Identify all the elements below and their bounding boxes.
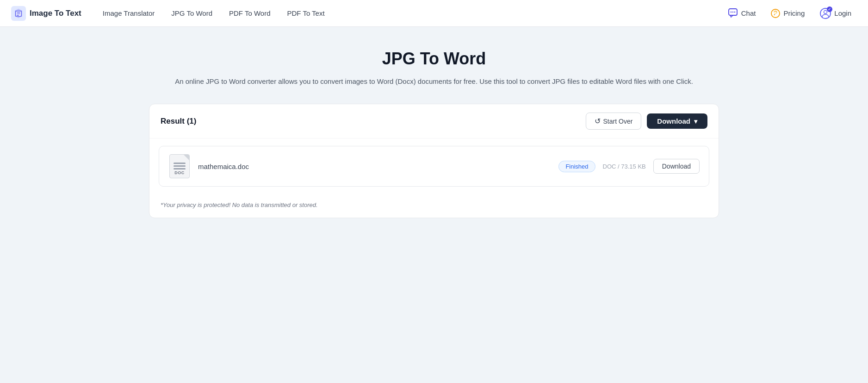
nav-jpg-to-word[interactable]: JPG To Word — [165, 6, 219, 20]
brand-icon — [11, 6, 26, 21]
download-main-label: Download — [657, 117, 690, 125]
start-over-button[interactable]: ↺ Start Over — [586, 113, 642, 130]
doc-file-icon: DOC — [169, 154, 190, 178]
nav-pdf-to-word[interactable]: PDF To Word — [223, 6, 277, 20]
result-card: Result (1) ↺ Start Over Download ▾ — [149, 104, 719, 218]
result-header: Result (1) ↺ Start Over Download ▾ — [149, 104, 719, 138]
page-subtitle: An online JPG to Word converter allows y… — [149, 76, 719, 87]
nav-links: Image Translator JPG To Word PDF To Word… — [96, 6, 723, 20]
result-title: Result (1) — [161, 117, 196, 126]
privacy-note: *Your privacy is protected! No data is t… — [149, 194, 719, 218]
navbar: Image To Text Image Translator JPG To Wo… — [0, 0, 868, 27]
file-icon-wrap: DOC — [168, 154, 191, 179]
pricing-link[interactable]: Pricing — [765, 6, 810, 21]
file-list: DOC mathemaica.doc Finished DOC / 73.15 … — [149, 138, 719, 194]
svg-point-6 — [732, 11, 733, 12]
download-main-button[interactable]: Download ▾ — [647, 113, 707, 129]
pricing-icon — [770, 8, 781, 19]
doc-lines — [174, 163, 186, 170]
brand-link[interactable]: Image To Text — [11, 6, 81, 21]
file-name: mathemaica.doc — [198, 163, 551, 170]
table-row: DOC mathemaica.doc Finished DOC / 73.15 … — [159, 146, 709, 187]
refresh-icon: ↺ — [595, 117, 601, 126]
login-label: Login — [834, 9, 851, 17]
status-badge: Finished — [558, 161, 595, 172]
pricing-label: Pricing — [783, 9, 805, 17]
chevron-down-icon: ▾ — [694, 118, 697, 125]
chat-label: Chat — [741, 9, 756, 17]
doc-icon-label: DOC — [174, 170, 185, 175]
chat-link[interactable]: Chat — [723, 6, 762, 21]
result-actions: ↺ Start Over Download ▾ — [586, 113, 707, 130]
nav-pdf-to-text[interactable]: PDF To Text — [280, 6, 331, 20]
login-icon: ✓ — [819, 7, 831, 19]
login-badge: ✓ — [827, 6, 832, 12]
chat-icon — [728, 8, 738, 19]
nav-image-translator[interactable]: Image Translator — [96, 6, 161, 20]
login-link[interactable]: ✓ Login — [814, 5, 857, 22]
main-content: JPG To Word An online JPG to Word conver… — [138, 27, 730, 237]
start-over-label: Start Over — [603, 118, 633, 125]
page-title: JPG To Word — [149, 49, 719, 69]
download-file-button[interactable]: Download — [653, 159, 700, 174]
svg-point-11 — [824, 10, 827, 13]
svg-point-7 — [734, 11, 735, 12]
nav-right: Chat Pricing ✓ Logi — [723, 5, 857, 22]
file-meta: DOC / 73.15 KB — [603, 163, 646, 170]
brand-label: Image To Text — [30, 9, 81, 18]
result-count: (1) — [187, 117, 197, 126]
svg-point-5 — [731, 11, 732, 12]
